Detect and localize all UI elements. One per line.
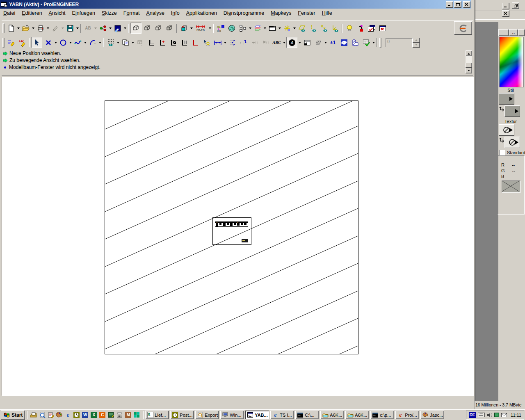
dropdown-icon[interactable]	[324, 37, 327, 48]
keyboard-icon[interactable]	[478, 413, 485, 417]
copy-button[interactable]	[120, 37, 130, 48]
style-swatch-foreground[interactable]	[499, 93, 514, 105]
task-a6k-2[interactable]: A6K...	[345, 411, 369, 419]
quicklaunch-notebook[interactable]	[107, 411, 115, 419]
quicklaunch-search[interactable]	[38, 411, 46, 419]
close-icon[interactable]	[463, 1, 470, 8]
task-console1[interactable]: C:\...	[295, 411, 319, 419]
move-dimension-button[interactable]	[238, 37, 249, 48]
update-sheet-button[interactable]	[339, 37, 349, 48]
close-window-button[interactable]	[377, 23, 388, 33]
current-color-swatch[interactable]	[502, 180, 520, 193]
task-win[interactable]: Win...	[220, 411, 244, 419]
dropdown-icon[interactable]	[292, 23, 296, 33]
quicklaunch-organizer[interactable]	[72, 411, 81, 419]
task-lief[interactable]: XLief...	[145, 411, 169, 419]
task-jasc[interactable]: Jasc...	[420, 411, 444, 419]
color-gradient-picker[interactable]	[499, 37, 524, 87]
texture-foreground-button[interactable]	[499, 124, 514, 136]
quicklaunch-show-desktop[interactable]	[29, 411, 38, 419]
select-button[interactable]	[31, 37, 42, 48]
speaker-icon[interactable]	[487, 413, 492, 418]
drawing-canvas[interactable]	[2, 77, 474, 396]
dropdown-icon[interactable]	[298, 37, 301, 48]
dropdown-icon[interactable]	[98, 37, 102, 48]
texture-background-button[interactable]	[504, 137, 520, 148]
restore-icon[interactable]	[512, 2, 519, 9]
view-section-button[interactable]	[179, 37, 189, 48]
quicklaunch-notes[interactable]	[46, 411, 55, 419]
menu-datei[interactable]: Datei	[0, 9, 18, 17]
view-manager-button[interactable]	[112, 23, 123, 33]
dropdown-icon[interactable]	[278, 23, 281, 33]
swap-arrow-icon[interactable]	[499, 138, 505, 144]
dropdown-icon[interactable]	[282, 37, 286, 48]
standard-checkbox[interactable]	[499, 150, 505, 155]
scro ll-down-icon[interactable]	[466, 68, 472, 73]
quicklaunch-paintshop[interactable]: M	[124, 411, 132, 419]
window-button[interactable]	[267, 23, 277, 33]
model-tree-toggle-button[interactable]	[366, 23, 377, 33]
ebeb-dimension-button[interactable]: EB-EB	[194, 23, 208, 33]
dropdown-icon[interactable]	[208, 23, 212, 33]
web-browser-button[interactable]	[226, 23, 237, 33]
toolbar-grip[interactable]	[2, 38, 5, 48]
sketch-diagnostics-button[interactable]	[6, 37, 16, 48]
mail-icon[interactable]	[501, 413, 507, 417]
quicklaunch-calculator[interactable]	[115, 411, 124, 419]
maximize-icon[interactable]	[454, 1, 461, 8]
task-export[interactable]: Export	[195, 411, 219, 419]
point-button[interactable]	[43, 37, 53, 48]
no-hidden-button[interactable]	[153, 23, 164, 33]
task-a6k-1[interactable]: A6K...	[320, 411, 344, 419]
menu-skizze[interactable]: Skizze	[98, 9, 120, 17]
tolerance-button[interactable]: ±1	[328, 37, 338, 48]
delete-item-button[interactable]	[260, 37, 271, 48]
dropdown-icon[interactable]	[83, 37, 87, 48]
view-erase-button[interactable]	[190, 37, 201, 48]
reference-viewer-button[interactable]	[98, 23, 108, 33]
dropdown-icon[interactable]	[372, 37, 375, 48]
layers-button[interactable]	[252, 23, 262, 33]
menu-hilfe[interactable]: Hilfe	[319, 9, 336, 17]
task-ts[interactable]: eTS I...	[270, 411, 294, 419]
open-button[interactable]	[21, 23, 31, 33]
start-button[interactable]: Start	[1, 410, 25, 420]
new-button[interactable]	[6, 23, 16, 33]
scrollbar-track[interactable]	[466, 56, 472, 63]
menu-format[interactable]: Format	[120, 9, 143, 17]
datum-point-toggle[interactable]	[319, 23, 329, 33]
dropdown-icon[interactable]	[46, 23, 50, 33]
view-outline-button[interactable]	[146, 37, 156, 48]
toolbar-grip[interactable]	[379, 38, 381, 48]
dropdown-icon[interactable]	[131, 37, 135, 48]
task-console2[interactable]: c:\p...	[370, 411, 394, 419]
dropdown-icon[interactable]	[189, 23, 193, 33]
task-post[interactable]: Post...	[170, 411, 194, 419]
symbol-button[interactable]: A	[286, 37, 297, 48]
dropdown-icon[interactable]	[94, 23, 97, 33]
dropdown-icon[interactable]	[16, 23, 20, 33]
menu-fenster[interactable]: Fenster	[294, 9, 318, 17]
quicklaunch-excel[interactable]: X	[89, 411, 98, 419]
dropdown-icon[interactable]	[31, 23, 35, 33]
network-icon[interactable]	[494, 413, 499, 417]
hidden-line-button[interactable]	[142, 23, 153, 33]
spin-down-icon[interactable]	[413, 43, 420, 48]
sheet-number-field[interactable]: 0	[386, 38, 413, 47]
print-button[interactable]	[35, 23, 46, 33]
palette-handle-right[interactable]	[518, 29, 525, 36]
move-item-button[interactable]	[249, 37, 260, 48]
model-appearance-button[interactable]: AB	[83, 23, 93, 33]
csys-display-toggle[interactable]	[330, 23, 340, 33]
snap-settings-button[interactable]	[135, 37, 145, 48]
menu-info[interactable]: Info	[168, 9, 183, 17]
keyboard-layout-badge[interactable]: DE	[469, 412, 476, 418]
wireframe-button[interactable]	[130, 23, 142, 34]
table-button[interactable]	[302, 37, 312, 48]
dropdown-icon[interactable]	[108, 23, 112, 33]
save-button[interactable]	[65, 23, 75, 33]
component-display-button[interactable]	[179, 23, 189, 33]
quicklaunch-paint-palette[interactable]	[55, 411, 64, 419]
quicklaunch-word[interactable]: W	[81, 411, 89, 419]
